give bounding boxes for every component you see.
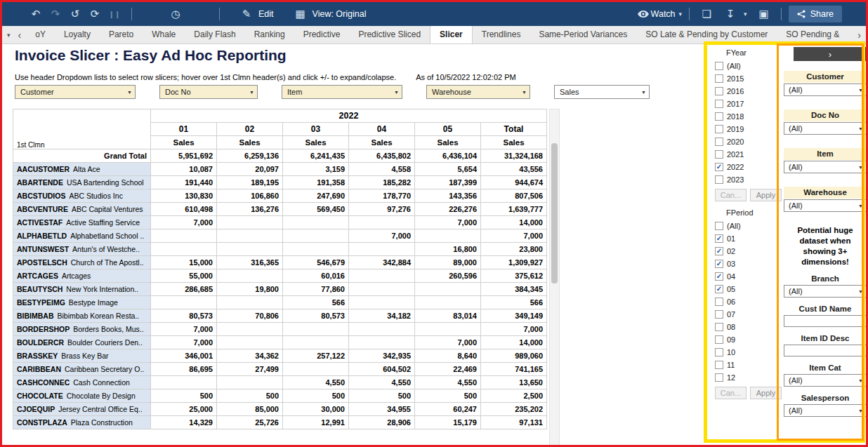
tab-pareto[interactable]: Pareto [100, 26, 143, 44]
refresh-icon[interactable]: ⟳ [85, 8, 105, 20]
first-column-header[interactable]: 1st Clmn [13, 109, 151, 149]
row-label[interactable]: BESTYPEIMGBestype Image [13, 296, 151, 309]
tab-so-late-pending-by-customer[interactable]: SO Late & Pending by Customer [636, 26, 777, 44]
collapse-panel-button[interactable]: › [794, 47, 867, 61]
row-label[interactable]: CASHCONNECCash Connection [13, 376, 151, 389]
fperiod-option-06[interactable]: 06 [715, 295, 782, 308]
option-label: 10 [727, 348, 735, 356]
row-label[interactable]: ARTCAGESArtcages [13, 269, 151, 283]
tabs-scroll-left-icon[interactable]: ‹ [18, 29, 22, 41]
fperiod-option-02[interactable]: ✓02 [715, 245, 782, 258]
fperiod-option-09[interactable]: 09 [715, 333, 782, 346]
slicer-dropdown-warehouse[interactable]: Warehouse▼ [426, 85, 530, 99]
share-button[interactable]: Share [789, 6, 842, 22]
row-label[interactable]: BIBIMBABBibimbab Korean Resta.. [13, 309, 151, 323]
tab-loyalty[interactable]: Loyalty [55, 26, 100, 44]
fyear-option-2020[interactable]: 2020 [715, 135, 782, 148]
row-label[interactable]: ABCVENTUREABC Capital Ventures [13, 203, 151, 216]
scrollbar-thumb[interactable] [551, 143, 558, 283]
filter-dropdown-branch[interactable]: (All)▼ [784, 285, 867, 298]
row-label[interactable]: ACTIVESTAFActive Staffing Service [13, 216, 151, 229]
filter-dropdown-item[interactable]: (All)▼ [784, 161, 867, 173]
slicer-dropdown-doc-no[interactable]: Doc No▼ [159, 85, 258, 99]
undo-icon[interactable]: ↶ [26, 8, 46, 20]
slicer-dropdown-sales[interactable]: Sales▼ [554, 85, 650, 99]
fperiod-option-07[interactable]: 07 [715, 308, 782, 321]
row-label[interactable]: APOSTELSCHChurch of The Apostl.. [13, 256, 151, 269]
row-label[interactable]: CJOEQUIPJersey Central Office Eq.. [13, 403, 151, 416]
filter-input-item-id-desc[interactable] [784, 345, 867, 356]
edit-button[interactable]: ✎ Edit [237, 8, 274, 20]
slicer-dropdown-customer[interactable]: Customer▼ [15, 85, 136, 99]
filter-input-cust-id-name[interactable] [784, 315, 867, 327]
fperiod-option-01[interactable]: ✓01 [715, 232, 782, 245]
row-label[interactable]: CARIBBEANCaribbean Secretary O.. [13, 363, 151, 376]
tab-whale[interactable]: Whale [143, 26, 185, 44]
row-label[interactable]: ANTUNSWESTAntun's of Westche.. [13, 243, 151, 256]
filter-dropdown-salesperson[interactable]: (All)▼ [784, 404, 867, 417]
filter-dropdown-doc-no[interactable]: (All)▼ [784, 122, 867, 135]
slicer-dropdown-item[interactable]: Item▼ [282, 85, 402, 99]
row-label[interactable]: BORDERSHOPBorders Books, Mus.. [13, 323, 151, 336]
filter-dropdown-item-cat[interactable]: (All)▼ [784, 374, 867, 387]
cell-value: 604,502 [349, 363, 415, 376]
tab-oy[interactable]: oY [26, 26, 55, 44]
fperiod-option-10[interactable]: 10 [715, 346, 782, 359]
fperiod-option-05[interactable]: ✓05 [715, 283, 782, 295]
data-alerts-icon[interactable]: ◷ [166, 8, 185, 20]
tabs-scroll-right-icon[interactable]: › [857, 29, 861, 41]
row-label[interactable]: ABARTENDEUSA Bartending School [13, 176, 151, 189]
fyear-option-2017[interactable]: 2017 [715, 98, 782, 110]
fyear-option-2021[interactable]: 2021 [715, 148, 782, 161]
fyear-cancel-button[interactable]: Can... [715, 189, 747, 201]
grand-total-value: 6,259,136 [217, 149, 283, 163]
tab-predictive[interactable]: Predictive [294, 26, 350, 44]
tab-ranking[interactable]: Ranking [245, 26, 294, 44]
cell-value: 19,800 [217, 283, 283, 296]
fperiod-option-all[interactable]: (All) [715, 220, 782, 232]
fperiod-option-11[interactable]: 11 [715, 359, 782, 371]
fyear-option-2022[interactable]: ✓2022 [715, 161, 782, 173]
fperiod-cancel-button[interactable]: Can... [715, 387, 747, 399]
tab-predictive-sliced[interactable]: Predictive Sliced [349, 26, 430, 44]
tab-daily-flash[interactable]: Daily Flash [185, 26, 244, 44]
tab-same-period-variances[interactable]: Same-Period Variances [530, 26, 636, 44]
tab-slicer[interactable]: Slicer [430, 26, 473, 44]
fperiod-apply-button[interactable]: Apply [750, 387, 782, 399]
cell-value: 187,399 [415, 176, 481, 189]
row-label[interactable]: CHOCOLATEChocolate By Design [13, 389, 151, 403]
pause-icon[interactable]: ❙❙ [105, 11, 124, 18]
row-label[interactable]: ALPHABETLDAlphabetland School .. [13, 229, 151, 243]
row-label[interactable]: ABCSTUDIOSABC Studios Inc [13, 189, 151, 203]
row-label[interactable]: BEAUTYSCHNew York Internation.. [13, 283, 151, 296]
fyear-apply-button[interactable]: Apply [750, 189, 782, 201]
revert-icon[interactable]: ↺ [65, 8, 85, 20]
cell-value: 346,001 [151, 349, 217, 363]
fperiod-option-12[interactable]: 12 [715, 371, 782, 384]
fyear-option-2016[interactable]: 2016 [715, 85, 782, 98]
fperiod-option-04[interactable]: ✓04 [715, 270, 782, 283]
view-original-button[interactable]: ▦ View: Original [291, 8, 367, 20]
fperiod-option-08[interactable]: 08 [715, 321, 782, 333]
fyear-option-2015[interactable]: 2015 [715, 72, 782, 85]
tab-trendlines[interactable]: Trendlines [473, 26, 530, 44]
watch-button[interactable]: Watch ▾ [638, 9, 683, 19]
filter-dropdown-warehouse[interactable]: (All)▼ [784, 199, 867, 212]
table-scrollbar[interactable] [549, 109, 560, 447]
row-label[interactable]: AACUSTOMERAlta Ace [13, 163, 151, 176]
row-label[interactable]: CONSTPLAZAPlaza Construction [13, 416, 151, 429]
fyear-option-2019[interactable]: 2019 [715, 123, 782, 135]
fyear-option-2018[interactable]: 2018 [715, 110, 782, 123]
row-label[interactable]: BRASSKEYBrass Key Bar [13, 349, 151, 363]
tab-so-pending[interactable]: SO Pending & [777, 26, 848, 44]
filter-dropdown-customer[interactable]: (All)▼ [784, 84, 867, 96]
fullscreen-icon[interactable]: ▣ [754, 8, 774, 20]
row-label[interactable]: BOULDERCRBoulder Couriers Den.. [13, 336, 151, 349]
fyear-option-2023[interactable]: 2023 [715, 173, 782, 186]
fyear-option-all[interactable]: (All) [715, 60, 782, 72]
download-button[interactable]: ↧ ▾ [721, 8, 747, 20]
comment-icon[interactable]: ❏ [697, 8, 716, 20]
redo-icon[interactable]: ↷ [46, 8, 65, 20]
fperiod-option-03[interactable]: ✓03 [715, 258, 782, 270]
tab-menu-caret-icon[interactable]: ▾ [7, 32, 11, 39]
